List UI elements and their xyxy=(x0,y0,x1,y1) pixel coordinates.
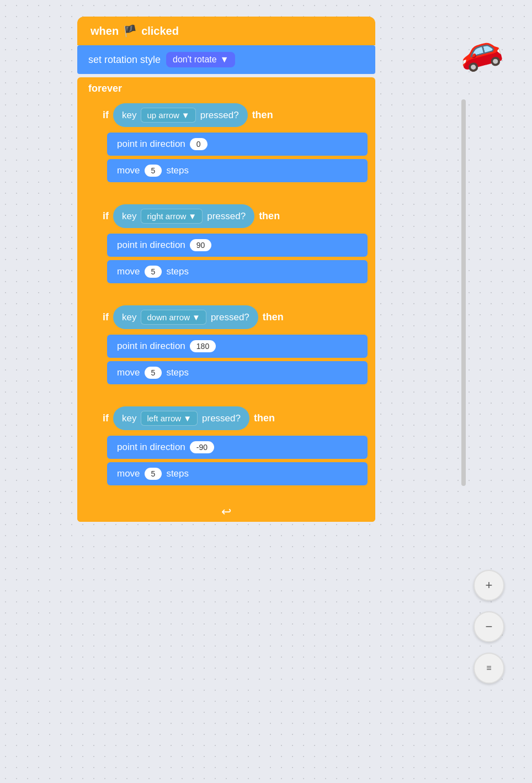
zoom-out-icon: − xyxy=(486,620,493,634)
if-footer-down xyxy=(94,388,371,396)
key-label-1: key xyxy=(122,110,136,121)
if-block-right: if key right arrow ▼ pressed? then xyxy=(94,199,371,295)
key-pressed-left[interactable]: key left arrow ▼ pressed? xyxy=(113,406,249,430)
key-dropdown-left[interactable]: left arrow ▼ xyxy=(141,411,198,426)
point-direction-right[interactable]: point in direction 90 xyxy=(107,234,368,257)
move-label-3: move xyxy=(117,367,140,378)
blocks-container: when 🏴 clicked set rotation style don't … xyxy=(77,17,375,522)
point-label-3: point in direction xyxy=(117,341,185,352)
move-label-2: move xyxy=(117,266,140,277)
if-footer-left xyxy=(94,489,371,498)
rotation-dropdown[interactable]: don't rotate ▼ xyxy=(166,52,235,67)
move-label-1: move xyxy=(117,165,140,176)
if-label-2: if xyxy=(103,210,109,222)
key-pressed-down[interactable]: key down arrow ▼ pressed? xyxy=(113,305,258,329)
if-body-up: point in direction 0 move 5 steps xyxy=(107,133,371,186)
key-pressed-up[interactable]: key up arrow ▼ pressed? xyxy=(113,103,248,127)
set-rotation-label: set rotation style xyxy=(88,54,161,66)
when-clicked-block[interactable]: when 🏴 clicked xyxy=(77,17,375,45)
if-block-down: if key down arrow ▼ pressed? then xyxy=(94,300,371,396)
move-steps-up[interactable]: move 5 steps xyxy=(107,159,368,182)
key-arrow-left: ▼ xyxy=(183,414,191,423)
direction-value-right[interactable]: 90 xyxy=(190,239,212,251)
key-dropdown-right[interactable]: right arrow ▼ xyxy=(141,209,203,224)
forever-body: if key up arrow ▼ pressed? then xyxy=(94,98,375,502)
move-steps-value-right[interactable]: 5 xyxy=(145,266,162,278)
if-footer-right xyxy=(94,287,371,295)
if-body-down: point in direction 180 move 5 steps xyxy=(107,335,371,388)
scrollbar[interactable] xyxy=(461,99,466,486)
point-label-2: point in direction xyxy=(117,240,185,251)
key-dropdown-down[interactable]: down arrow ▼ xyxy=(141,310,206,325)
zoom-in-icon: + xyxy=(486,578,493,592)
key-value-down: down arrow xyxy=(147,313,190,322)
if-block-up: if key up arrow ▼ pressed? then xyxy=(94,98,371,194)
if-header-right[interactable]: if key right arrow ▼ pressed? then xyxy=(94,199,371,234)
key-arrow-right: ▼ xyxy=(188,211,196,221)
point-label-1: point in direction xyxy=(117,139,185,150)
canvas-area: 🚗 when 🏴 clicked set rotation style don'… xyxy=(0,0,532,783)
key-dropdown-up[interactable]: up arrow ▼ xyxy=(141,108,195,123)
pressed-label-1: pressed? xyxy=(200,110,239,121)
zoom-in-button[interactable]: + xyxy=(474,570,504,601)
key-label-4: key xyxy=(122,413,136,424)
loop-arrow-icon: ↩ xyxy=(221,505,231,519)
steps-label-1: steps xyxy=(166,165,189,176)
move-steps-value-left[interactable]: 5 xyxy=(145,468,162,480)
then-label-3: then xyxy=(263,311,284,323)
forever-block: forever if key up arrow ▼ pressed? xyxy=(77,77,375,522)
point-label-4: point in direction xyxy=(117,442,185,453)
move-steps-value-up[interactable]: 5 xyxy=(145,165,162,177)
direction-value-up[interactable]: 0 xyxy=(190,138,208,150)
sprite-preview: 🚗 xyxy=(454,18,505,82)
move-label-4: move xyxy=(117,468,140,479)
key-label-2: key xyxy=(122,211,136,222)
then-label-1: then xyxy=(252,109,273,121)
move-steps-down[interactable]: move 5 steps xyxy=(107,361,368,384)
if-block-left: if key left arrow ▼ pressed? then xyxy=(94,401,371,498)
move-steps-left[interactable]: move 5 steps xyxy=(107,462,368,485)
key-value-up: up arrow xyxy=(147,110,179,120)
point-direction-down[interactable]: point in direction 180 xyxy=(107,335,368,358)
move-steps-value-down[interactable]: 5 xyxy=(145,367,162,379)
if-body-right: point in direction 90 move 5 steps xyxy=(107,234,371,287)
pressed-label-2: pressed? xyxy=(207,211,246,222)
key-value-left: left arrow xyxy=(147,414,181,423)
zoom-out-button[interactable]: − xyxy=(474,611,504,642)
steps-label-4: steps xyxy=(166,468,189,479)
flag-icon: 🏴 xyxy=(123,24,137,38)
zoom-fit-icon: ≡ xyxy=(486,663,491,673)
when-label: when xyxy=(91,25,119,38)
pressed-label-4: pressed? xyxy=(202,413,241,424)
zoom-fit-button[interactable]: ≡ xyxy=(474,653,504,684)
steps-label-3: steps xyxy=(166,367,189,378)
set-rotation-block[interactable]: set rotation style don't rotate ▼ xyxy=(77,45,375,74)
direction-value-down[interactable]: 180 xyxy=(190,340,216,352)
key-label-3: key xyxy=(122,312,136,323)
rotation-arrow: ▼ xyxy=(220,55,229,65)
if-header-up[interactable]: if key up arrow ▼ pressed? then xyxy=(94,98,371,133)
key-pressed-right[interactable]: key right arrow ▼ pressed? xyxy=(113,204,254,228)
rotation-value: don't rotate xyxy=(173,55,217,65)
move-steps-right[interactable]: move 5 steps xyxy=(107,260,368,283)
if-footer-up xyxy=(94,186,371,194)
forever-label: forever xyxy=(77,77,375,98)
clicked-label: clicked xyxy=(141,25,179,38)
if-header-left[interactable]: if key left arrow ▼ pressed? then xyxy=(94,401,371,436)
pressed-label-3: pressed? xyxy=(211,312,249,323)
key-value-right: right arrow xyxy=(147,211,186,221)
then-label-2: then xyxy=(259,210,280,222)
if-label-4: if xyxy=(103,412,109,424)
if-label-3: if xyxy=(103,311,109,323)
steps-label-2: steps xyxy=(166,266,189,277)
direction-value-left[interactable]: -90 xyxy=(190,441,214,453)
then-label-4: then xyxy=(254,412,275,424)
key-arrow-up: ▼ xyxy=(182,110,190,120)
if-body-left: point in direction -90 move 5 steps xyxy=(107,436,371,489)
point-direction-up[interactable]: point in direction 0 xyxy=(107,133,368,156)
if-label-1: if xyxy=(103,109,109,121)
key-arrow-down: ▼ xyxy=(192,313,200,322)
if-header-down[interactable]: if key down arrow ▼ pressed? then xyxy=(94,300,371,335)
point-direction-left[interactable]: point in direction -90 xyxy=(107,436,368,459)
forever-bottom: ↩ xyxy=(77,502,375,522)
